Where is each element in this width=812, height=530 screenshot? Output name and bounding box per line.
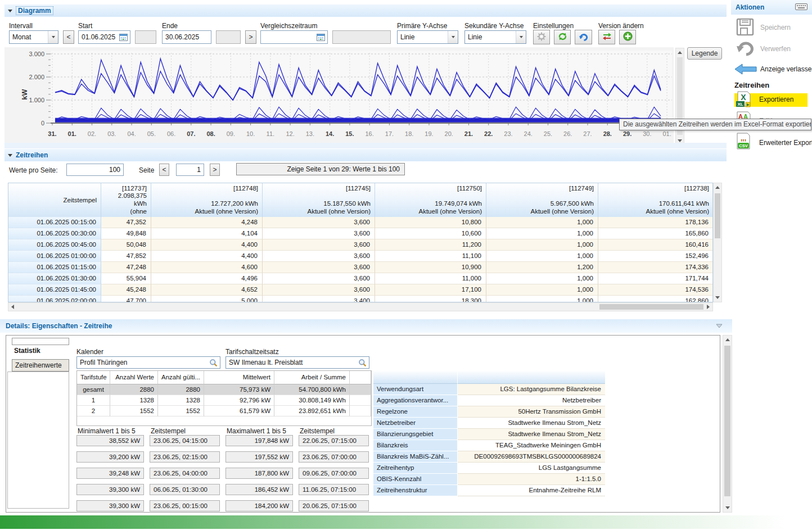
value-cell[interactable]: 174,536 (598, 284, 713, 296)
value-cell[interactable]: 152,496 (598, 251, 713, 262)
keyboard-icon[interactable] (795, 3, 808, 12)
undo-button[interactable] (575, 30, 592, 44)
property-row[interactable]: NetzbetreiberStadtwerke Ilmenau Strom_Ne… (373, 418, 605, 429)
intervall-select[interactable]: Monat (9, 30, 58, 44)
timestamp-cell[interactable]: 01.06.2025 00:30:00 (8, 228, 101, 239)
next-page-button[interactable]: > (210, 164, 220, 176)
value-cell[interactable]: 50,048 (101, 239, 151, 251)
table-row[interactable]: 01.06.2025 00:30:0049,8484,1043,60010,60… (8, 228, 712, 239)
value-cell[interactable]: 171,744 (598, 273, 713, 284)
ende-date-input[interactable]: 30.06.2025 (162, 30, 211, 44)
value-cell[interactable]: 3,600 (263, 273, 375, 284)
collapse-caret-icon[interactable] (8, 154, 12, 157)
value-cell[interactable]: 10,800 (375, 217, 486, 228)
property-row[interactable]: Regelzone50Hertz Transmission GmbH (373, 406, 605, 418)
value-cell[interactable]: 4,496 (151, 273, 263, 284)
value-cell[interactable]: 11,200 (375, 239, 486, 251)
settings-gear-button[interactable] (533, 30, 550, 44)
next-period-button[interactable]: > (245, 30, 256, 44)
details-collapse-icon[interactable] (715, 323, 723, 331)
scroll-down-icon[interactable] (714, 293, 721, 302)
chart-vertical-scrollbar[interactable] (675, 48, 684, 145)
value-cell[interactable]: 165,860 (598, 228, 713, 239)
value-cell[interactable]: 18,300 (375, 296, 486, 302)
tarifschaltzeitsatz-input[interactable]: SW Ilmenau lt. Preisblatt (225, 356, 369, 369)
value-cell[interactable]: 4,400 (151, 239, 263, 251)
property-row[interactable]: ZeitreihentypLGS Lastgangsumme (373, 463, 605, 474)
scrollbar-thumb[interactable] (724, 346, 730, 496)
exportieren-button[interactable]: Exportieren (759, 96, 793, 103)
scroll-up-icon[interactable] (714, 183, 721, 192)
chevron-down-icon[interactable] (48, 31, 58, 43)
value-cell[interactable]: 10,600 (375, 228, 486, 239)
series-column-header[interactable]: [112749]5.967,500 kWhAktuell (ohne Versi… (486, 183, 598, 217)
timestamp-cell[interactable]: 01.06.2025 01:00:00 (8, 251, 101, 262)
diagramm-section-title[interactable]: Diagramm (16, 6, 53, 15)
prev-page-button[interactable]: < (159, 164, 169, 176)
calendar-icon[interactable] (118, 32, 129, 42)
table-row[interactable]: 01.06.2025 01:30:0055,9044,4963,60011,00… (8, 273, 712, 284)
calendar-icon[interactable] (315, 32, 326, 42)
table-horizontal-scrollbar[interactable] (8, 302, 713, 311)
value-cell[interactable]: 3,600 (263, 251, 375, 262)
value-cell[interactable]: 10,900 (375, 262, 486, 273)
table-row[interactable]: 01.06.2025 01:15:0047,2484,6003,60010,90… (8, 262, 712, 273)
timestamp-cell[interactable]: 01.06.2025 00:15:00 (8, 217, 101, 228)
value-cell[interactable]: 162,860 (598, 296, 713, 302)
value-cell[interactable]: 47,852 (101, 251, 151, 262)
table-row[interactable]: 01.06.2025 00:15:0047,3524,2483,60010,80… (8, 217, 712, 228)
value-cell[interactable]: 1,000 (486, 217, 598, 228)
kalender-input[interactable]: Profil Thüringen (76, 356, 220, 369)
refresh-button[interactable] (554, 30, 571, 44)
series-column-header[interactable]: [112745]15.187,550 kWhAktuell (ohne Vers… (263, 183, 375, 217)
statistik-row[interactable]: 11328132892,796 kW30.808,149 kWh (77, 395, 371, 406)
verwerfen-button[interactable]: Verwerfen (760, 45, 791, 53)
property-row[interactable]: BilanzkreisTEAG_Stadtwerke Meiningen Gmb… (373, 440, 605, 451)
details-vertical-scrollbar[interactable] (723, 335, 732, 513)
value-cell[interactable]: 4,400 (151, 251, 263, 262)
property-row[interactable]: BilanzierungsgebietStadtwerke Ilmenau St… (373, 429, 605, 440)
value-cell[interactable]: 1,000 (486, 273, 598, 284)
value-cell[interactable]: 1,000 (486, 284, 598, 296)
value-cell[interactable]: 3,400 (263, 296, 375, 302)
prev-period-button[interactable]: < (63, 30, 74, 44)
anzeige-verlassen-button[interactable]: Anzeige verlassen (760, 65, 812, 73)
speichern-button[interactable]: Speichern (760, 24, 791, 31)
property-row[interactable]: Aggregationsverantwor...Netzbetreiber (373, 395, 605, 406)
chevron-down-icon[interactable] (448, 31, 458, 43)
property-row[interactable]: ZeitreihenstrukturEntnahme-Zeitreihe RLM (373, 485, 605, 496)
table-row[interactable]: 01.06.2025 00:45:0050,0484,4003,60011,20… (8, 239, 712, 251)
seite-input[interactable] (176, 164, 204, 176)
scroll-up-icon[interactable] (723, 336, 732, 344)
table-vertical-scrollbar[interactable] (713, 183, 722, 302)
value-cell[interactable]: 3,600 (263, 228, 375, 239)
werte-pro-seite-input[interactable] (66, 164, 124, 176)
chevron-down-icon[interactable] (516, 31, 526, 43)
value-cell[interactable]: 49,848 (101, 228, 151, 239)
value-cell[interactable]: 17,100 (375, 284, 486, 296)
value-cell[interactable]: 3,600 (263, 217, 375, 228)
table-row[interactable]: 01.06.2025 02:00:0047,7005,0003,40018,30… (8, 296, 712, 302)
scroll-left-icon[interactable] (8, 303, 17, 311)
value-cell[interactable]: 45,248 (101, 284, 151, 296)
chart-area[interactable]: 31.01.02.03.04.05.06.07.08.09.10.11.12.1… (4, 47, 674, 147)
primaere-y-achse-select[interactable]: Linie (397, 30, 458, 44)
value-cell[interactable]: 11,100 (375, 251, 486, 262)
value-cell[interactable]: 47,352 (101, 217, 151, 228)
value-cell[interactable]: 4,104 (151, 228, 263, 239)
value-cell[interactable]: 3,600 (263, 262, 375, 273)
value-cell[interactable]: 5,000 (151, 296, 263, 302)
value-cell[interactable]: 160,416 (598, 239, 713, 251)
property-row[interactable]: Bilanzkreis MaBiS-Zähl...DE00092698693TM… (373, 451, 605, 463)
value-cell[interactable]: 47,248 (101, 262, 151, 273)
scrollbar-thumb[interactable] (599, 304, 703, 310)
value-cell[interactable]: 47,700 (101, 296, 151, 302)
series-column-header[interactable]: [112750]19.749,074 kWhAktuell (ohne Vers… (375, 183, 486, 217)
value-cell[interactable]: 4,652 (151, 284, 263, 296)
add-version-button[interactable] (619, 30, 636, 44)
value-cell[interactable]: 1,000 (486, 239, 598, 251)
scroll-down-icon[interactable] (723, 504, 732, 512)
scroll-up-icon[interactable] (676, 48, 684, 56)
table-row[interactable]: 01.06.2025 01:00:0047,8524,4003,60011,10… (8, 251, 712, 262)
search-magnifier-icon[interactable] (207, 357, 219, 368)
